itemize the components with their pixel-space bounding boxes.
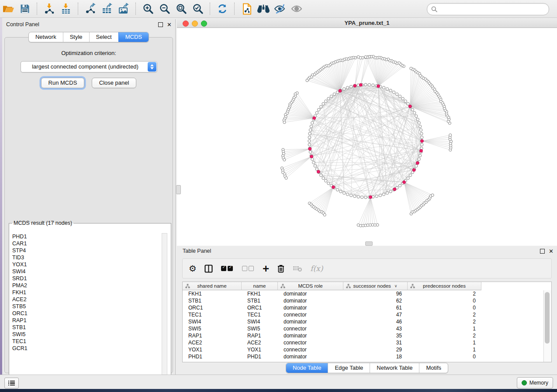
table-cell[interactable]: dominator [278, 304, 343, 311]
table-cell[interactable]: TEC1 [183, 311, 242, 318]
table-row[interactable]: PHD1PHD1dominator180 [183, 353, 544, 360]
table-row[interactable]: ACE2ACE2connector311 [183, 339, 544, 346]
table-cell[interactable]: 2 [408, 332, 481, 339]
tab-style[interactable]: Style [63, 32, 89, 42]
mcds-result-item[interactable]: GCR1 [12, 345, 162, 352]
tab-network-table[interactable]: Network Table [370, 363, 419, 373]
vertical-split-divider-handle[interactable] [176, 185, 181, 194]
hide-selection-button[interactable] [273, 2, 287, 15]
table-cell[interactable]: 31 [343, 339, 408, 346]
minimize-window-traffic-light[interactable] [192, 21, 198, 27]
export-table-button[interactable] [100, 2, 114, 15]
search-input[interactable] [439, 6, 545, 13]
table-row[interactable]: FKH1FKH1dominator962 [183, 290, 544, 297]
mcds-result-item[interactable]: TEC1 [12, 338, 162, 345]
float-panel-icon[interactable] [158, 22, 163, 27]
table-cell[interactable]: PHD1 [242, 353, 278, 360]
table-cell[interactable]: dominator [278, 332, 343, 339]
table-cell[interactable]: 2 [408, 311, 481, 318]
table-cell[interactable]: 96 [343, 290, 408, 297]
table-row[interactable]: TEC1TEC1connector472 [183, 311, 544, 318]
table-cell[interactable]: PHD1 [183, 353, 242, 360]
table-cell[interactable]: 0 [408, 297, 481, 304]
table-settings-button[interactable]: ⚙ [189, 264, 197, 273]
table-cell[interactable]: STB1 [242, 297, 278, 304]
column-header-name[interactable]: name [242, 282, 278, 290]
function-builder-button[interactable]: f(x) [310, 264, 323, 273]
tab-motifs[interactable]: Motifs [419, 363, 448, 373]
search-network-button[interactable] [257, 2, 270, 15]
table-cell[interactable]: 0 [408, 353, 481, 360]
table-cell[interactable]: 46 [343, 318, 408, 325]
column-header-MCDS-role[interactable]: MCDS role [278, 282, 343, 290]
table-cell[interactable]: 62 [343, 297, 408, 304]
node-table-scrollbar[interactable] [543, 290, 551, 362]
table-cell[interactable]: connector [278, 339, 343, 346]
table-cell[interactable]: 0 [408, 304, 481, 311]
run-mcds-button[interactable]: Run MCDS [41, 78, 85, 88]
table-cell[interactable]: 29 [343, 346, 408, 353]
table-row[interactable]: SWI5SWI5connector431 [183, 325, 544, 332]
table-cell[interactable]: 61 [343, 304, 408, 311]
zoom-in-button[interactable] [142, 2, 155, 15]
close-table-panel-icon[interactable]: ✕ [549, 248, 554, 254]
zoom-fit-button[interactable] [175, 2, 188, 15]
table-cell[interactable]: dominator [278, 290, 343, 297]
table-cell[interactable]: 18 [343, 353, 408, 360]
mcds-result-item[interactable]: STP4 [12, 247, 162, 254]
add-column-button[interactable]: + [263, 264, 269, 273]
split-columns-button[interactable] [204, 265, 213, 273]
apply-preferred-layout-button[interactable] [216, 2, 229, 15]
table-row[interactable]: SWI4SWI4dominator462 [183, 318, 544, 325]
table-cell[interactable]: 1 [408, 346, 481, 353]
table-cell[interactable]: RAP1 [183, 332, 242, 339]
export-image-button[interactable] [117, 2, 130, 15]
table-cell[interactable]: FKH1 [242, 290, 278, 297]
table-cell[interactable]: 43 [343, 325, 408, 332]
table-cell[interactable]: SWI4 [242, 318, 278, 325]
table-row[interactable]: ORC1ORC1dominator610 [183, 304, 544, 311]
mcds-result-item[interactable]: STB1 [12, 324, 162, 331]
tab-network[interactable]: Network [29, 32, 63, 42]
mcds-result-item[interactable]: CAR1 [12, 240, 162, 247]
table-cell[interactable]: YOX1 [242, 346, 278, 353]
network-canvas[interactable] [177, 28, 557, 246]
delete-table-button[interactable] [293, 265, 302, 272]
table-cell[interactable]: RAP1 [242, 332, 278, 339]
mcds-result-item[interactable]: STB5 [12, 303, 162, 310]
mcds-result-item[interactable]: PMA2 [12, 282, 162, 289]
table-row[interactable]: STB1STB1dominator620 [183, 297, 544, 304]
show-all-button[interactable] [290, 2, 303, 15]
mcds-result-item[interactable]: RAP1 [12, 317, 162, 324]
column-header-shared-name[interactable]: shared name [183, 282, 242, 290]
select-all-columns-button[interactable] [221, 266, 234, 271]
optimization-criterion-dropdown[interactable]: largest connected component (undirected) [21, 61, 157, 72]
table-cell[interactable]: 2 [408, 290, 481, 297]
close-window-traffic-light[interactable] [183, 21, 189, 27]
table-cell[interactable]: ORC1 [183, 304, 242, 311]
mcds-result-item[interactable]: YOX1 [12, 261, 162, 268]
table-cell[interactable]: 1 [408, 339, 481, 346]
open-file-button[interactable] [2, 2, 15, 15]
delete-column-button[interactable] [277, 264, 285, 273]
table-cell[interactable]: connector [278, 346, 343, 353]
zoom-out-button[interactable] [158, 2, 171, 15]
table-cell[interactable]: SWI5 [183, 325, 242, 332]
node-table-scrollbar-thumb[interactable] [545, 292, 550, 344]
table-cell[interactable]: dominator [278, 318, 343, 325]
mcds-result-item[interactable]: SRD1 [12, 275, 162, 282]
float-table-panel-icon[interactable] [540, 249, 545, 254]
table-cell[interactable]: ACE2 [183, 339, 242, 346]
table-cell[interactable]: connector [278, 311, 343, 318]
mcds-result-item[interactable]: ACE2 [12, 296, 162, 303]
table-cell[interactable]: ACE2 [242, 339, 278, 346]
table-cell[interactable]: YOX1 [183, 346, 242, 353]
table-cell[interactable]: 35 [343, 332, 408, 339]
export-network-button[interactable] [84, 2, 97, 15]
horizontal-split-divider-handle[interactable] [365, 241, 373, 246]
mcds-result-scrollbar[interactable] [162, 233, 167, 376]
tab-node-table[interactable]: Node Table [286, 363, 328, 373]
mcds-result-item[interactable]: FKH1 [12, 289, 162, 296]
table-cell[interactable]: TEC1 [242, 311, 278, 318]
tab-mcds[interactable]: MCDS [118, 32, 149, 42]
